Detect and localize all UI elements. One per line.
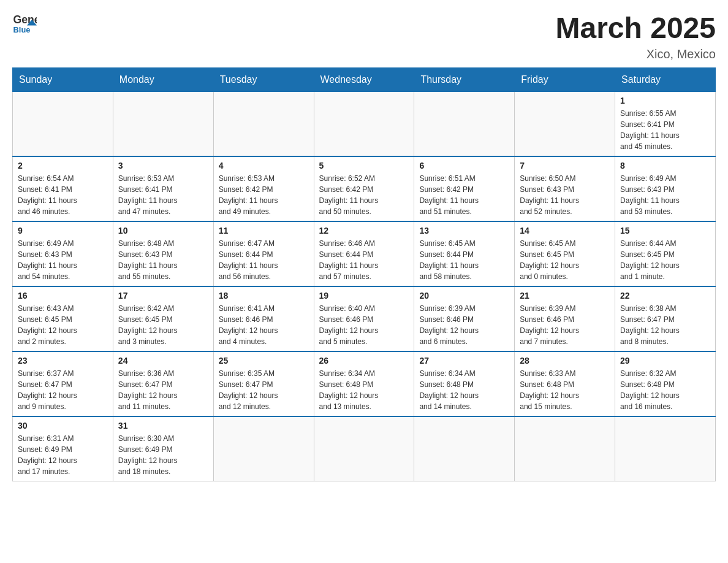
day-number: 16 xyxy=(18,291,108,301)
day-number: 28 xyxy=(520,356,610,366)
calendar-cell xyxy=(113,91,213,156)
calendar-header-row: SundayMondayTuesdayWednesdayThursdayFrid… xyxy=(13,67,716,91)
calendar-cell: 7Sunrise: 6:50 AM Sunset: 6:43 PM Daylig… xyxy=(515,156,615,221)
calendar-cell xyxy=(515,416,615,481)
calendar-cell xyxy=(13,91,113,156)
day-info: Sunrise: 6:50 AM Sunset: 6:43 PM Dayligh… xyxy=(520,173,610,217)
day-number: 23 xyxy=(18,356,108,366)
calendar-week-row: 23Sunrise: 6:37 AM Sunset: 6:47 PM Dayli… xyxy=(13,351,716,416)
calendar-cell: 14Sunrise: 6:45 AM Sunset: 6:45 PM Dayli… xyxy=(515,221,615,286)
calendar-cell: 9Sunrise: 6:49 AM Sunset: 6:43 PM Daylig… xyxy=(13,221,113,286)
calendar-cell: 16Sunrise: 6:43 AM Sunset: 6:45 PM Dayli… xyxy=(13,286,113,351)
calendar-cell: 19Sunrise: 6:40 AM Sunset: 6:46 PM Dayli… xyxy=(314,286,414,351)
day-number: 29 xyxy=(620,356,710,366)
day-info: Sunrise: 6:52 AM Sunset: 6:42 PM Dayligh… xyxy=(319,173,409,217)
day-info: Sunrise: 6:35 AM Sunset: 6:47 PM Dayligh… xyxy=(219,368,309,412)
day-info: Sunrise: 6:42 AM Sunset: 6:45 PM Dayligh… xyxy=(118,303,208,347)
calendar-header-thursday: Thursday xyxy=(414,67,515,91)
day-info: Sunrise: 6:46 AM Sunset: 6:44 PM Dayligh… xyxy=(319,238,409,282)
day-number: 7 xyxy=(520,161,610,170)
day-info: Sunrise: 6:32 AM Sunset: 6:48 PM Dayligh… xyxy=(620,368,710,412)
day-info: Sunrise: 6:43 AM Sunset: 6:45 PM Dayligh… xyxy=(18,303,108,347)
calendar-week-row: 1Sunrise: 6:55 AM Sunset: 6:41 PM Daylig… xyxy=(13,91,716,156)
day-info: Sunrise: 6:39 AM Sunset: 6:46 PM Dayligh… xyxy=(419,303,509,347)
calendar-cell: 1Sunrise: 6:55 AM Sunset: 6:41 PM Daylig… xyxy=(615,91,716,156)
calendar-cell xyxy=(615,416,716,481)
calendar-cell: 4Sunrise: 6:53 AM Sunset: 6:42 PM Daylig… xyxy=(213,156,314,221)
calendar-header-monday: Monday xyxy=(113,67,213,91)
day-info: Sunrise: 6:45 AM Sunset: 6:44 PM Dayligh… xyxy=(419,238,509,282)
day-number: 17 xyxy=(118,291,208,301)
calendar-cell: 15Sunrise: 6:44 AM Sunset: 6:45 PM Dayli… xyxy=(615,221,716,286)
calendar-cell xyxy=(213,416,314,481)
calendar-cell: 12Sunrise: 6:46 AM Sunset: 6:44 PM Dayli… xyxy=(314,221,414,286)
day-number: 2 xyxy=(18,161,108,170)
calendar-cell xyxy=(414,91,515,156)
day-info: Sunrise: 6:53 AM Sunset: 6:42 PM Dayligh… xyxy=(219,173,309,217)
calendar-cell: 26Sunrise: 6:34 AM Sunset: 6:48 PM Dayli… xyxy=(314,351,414,416)
day-number: 1 xyxy=(620,96,710,105)
day-info: Sunrise: 6:51 AM Sunset: 6:42 PM Dayligh… xyxy=(419,173,509,217)
day-info: Sunrise: 6:39 AM Sunset: 6:46 PM Dayligh… xyxy=(520,303,610,347)
day-info: Sunrise: 6:36 AM Sunset: 6:47 PM Dayligh… xyxy=(118,368,208,412)
calendar-header-sunday: Sunday xyxy=(13,67,113,91)
day-number: 27 xyxy=(419,356,509,366)
calendar-cell xyxy=(515,91,615,156)
logo: General Blue xyxy=(12,12,38,37)
day-info: Sunrise: 6:54 AM Sunset: 6:41 PM Dayligh… xyxy=(18,173,108,217)
day-number: 18 xyxy=(219,291,309,301)
day-number: 22 xyxy=(620,291,710,301)
day-number: 11 xyxy=(219,226,309,236)
day-number: 19 xyxy=(319,291,409,301)
calendar-cell xyxy=(414,416,515,481)
calendar-cell: 10Sunrise: 6:48 AM Sunset: 6:43 PM Dayli… xyxy=(113,221,213,286)
calendar-cell: 18Sunrise: 6:41 AM Sunset: 6:46 PM Dayli… xyxy=(213,286,314,351)
day-info: Sunrise: 6:30 AM Sunset: 6:49 PM Dayligh… xyxy=(118,433,208,477)
day-info: Sunrise: 6:38 AM Sunset: 6:47 PM Dayligh… xyxy=(620,303,710,347)
calendar-cell: 27Sunrise: 6:34 AM Sunset: 6:48 PM Dayli… xyxy=(414,351,515,416)
calendar-week-row: 9Sunrise: 6:49 AM Sunset: 6:43 PM Daylig… xyxy=(13,221,716,286)
calendar-cell: 3Sunrise: 6:53 AM Sunset: 6:41 PM Daylig… xyxy=(113,156,213,221)
location: Xico, Mexico xyxy=(556,47,716,61)
day-number: 31 xyxy=(118,421,208,431)
day-info: Sunrise: 6:53 AM Sunset: 6:41 PM Dayligh… xyxy=(118,173,208,217)
logo-icon: General Blue xyxy=(12,10,37,34)
day-number: 21 xyxy=(520,291,610,301)
calendar-cell: 21Sunrise: 6:39 AM Sunset: 6:46 PM Dayli… xyxy=(515,286,615,351)
calendar-cell: 8Sunrise: 6:49 AM Sunset: 6:43 PM Daylig… xyxy=(615,156,716,221)
calendar-cell xyxy=(314,416,414,481)
calendar-header-tuesday: Tuesday xyxy=(213,67,314,91)
calendar-cell: 28Sunrise: 6:33 AM Sunset: 6:48 PM Dayli… xyxy=(515,351,615,416)
month-title: March 2025 xyxy=(556,12,716,45)
calendar-cell: 24Sunrise: 6:36 AM Sunset: 6:47 PM Dayli… xyxy=(113,351,213,416)
day-number: 8 xyxy=(620,161,710,170)
calendar-cell: 17Sunrise: 6:42 AM Sunset: 6:45 PM Dayli… xyxy=(113,286,213,351)
day-number: 9 xyxy=(18,226,108,236)
calendar-cell: 20Sunrise: 6:39 AM Sunset: 6:46 PM Dayli… xyxy=(414,286,515,351)
day-info: Sunrise: 6:49 AM Sunset: 6:43 PM Dayligh… xyxy=(620,173,710,217)
day-info: Sunrise: 6:44 AM Sunset: 6:45 PM Dayligh… xyxy=(620,238,710,282)
calendar-cell: 25Sunrise: 6:35 AM Sunset: 6:47 PM Dayli… xyxy=(213,351,314,416)
svg-text:Blue: Blue xyxy=(13,25,31,34)
calendar-header-wednesday: Wednesday xyxy=(314,67,414,91)
calendar-cell: 6Sunrise: 6:51 AM Sunset: 6:42 PM Daylig… xyxy=(414,156,515,221)
day-info: Sunrise: 6:45 AM Sunset: 6:45 PM Dayligh… xyxy=(520,238,610,282)
calendar-cell: 29Sunrise: 6:32 AM Sunset: 6:48 PM Dayli… xyxy=(615,351,716,416)
day-info: Sunrise: 6:41 AM Sunset: 6:46 PM Dayligh… xyxy=(219,303,309,347)
calendar-cell xyxy=(314,91,414,156)
calendar-week-row: 2Sunrise: 6:54 AM Sunset: 6:41 PM Daylig… xyxy=(13,156,716,221)
calendar-week-row: 30Sunrise: 6:31 AM Sunset: 6:49 PM Dayli… xyxy=(13,416,716,481)
calendar-cell: 13Sunrise: 6:45 AM Sunset: 6:44 PM Dayli… xyxy=(414,221,515,286)
day-number: 10 xyxy=(118,226,208,236)
calendar-cell: 2Sunrise: 6:54 AM Sunset: 6:41 PM Daylig… xyxy=(13,156,113,221)
calendar-week-row: 16Sunrise: 6:43 AM Sunset: 6:45 PM Dayli… xyxy=(13,286,716,351)
calendar-header-friday: Friday xyxy=(515,67,615,91)
calendar-cell: 11Sunrise: 6:47 AM Sunset: 6:44 PM Dayli… xyxy=(213,221,314,286)
day-number: 3 xyxy=(118,161,208,170)
day-info: Sunrise: 6:34 AM Sunset: 6:48 PM Dayligh… xyxy=(319,368,409,412)
day-number: 6 xyxy=(419,161,509,170)
day-number: 15 xyxy=(620,226,710,236)
page-header: General Blue March 2025 Xico, Mexico xyxy=(12,12,716,61)
calendar-cell: 5Sunrise: 6:52 AM Sunset: 6:42 PM Daylig… xyxy=(314,156,414,221)
day-info: Sunrise: 6:49 AM Sunset: 6:43 PM Dayligh… xyxy=(18,238,108,282)
